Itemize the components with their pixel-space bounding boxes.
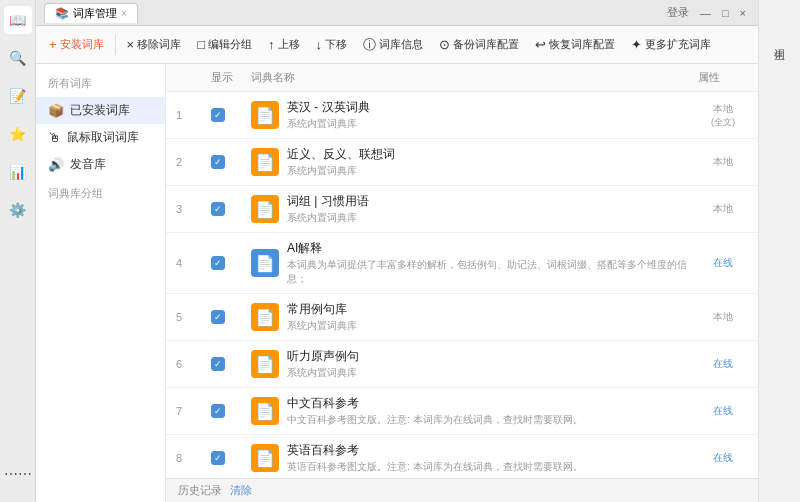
row-title: 近义、反义、联想词 [287,146,395,163]
bottom-bar: 历史记录 清除 [166,478,758,502]
tab-label: 词库管理 [73,6,117,21]
table-row[interactable]: 4📄AI解释本词典为单词提供了丰富多样的解析，包括例句、助记法、词根词缀、搭配等… [166,233,758,294]
checkbox-inner[interactable] [211,108,225,122]
edit-group-label: 编辑分组 [208,37,252,52]
col-header-show: 显示 [211,70,251,85]
row-subtitle: 系统内置词典库 [287,117,370,131]
close-button[interactable]: × [736,6,750,20]
row-subtitle: 系统内置词典库 [287,366,359,380]
row-title: AI解释 [287,240,698,257]
more-expand-label: 更多扩充词库 [645,37,711,52]
row-text: 常用例句库系统内置词典库 [287,301,357,333]
checkbox-inner[interactable] [211,310,225,324]
row-info: 📄英语百科参考英语百科参考图文版。注意: 本词库为在线词典，查找时需要联网。 [251,442,698,474]
remove-icon: × [127,37,135,52]
dict-info-button[interactable]: ⓘ 词库信息 [356,32,430,58]
checkbox-inner[interactable] [211,155,225,169]
row-status: 在线 [698,451,748,465]
row-checkbox[interactable] [211,202,251,216]
tab-close-icon[interactable]: × [121,8,127,19]
row-status: 本地 [698,155,748,169]
backup-icon: ⊙ [439,37,450,52]
dict-row-icon: 📄 [251,397,279,425]
row-status: 本地 [698,202,748,216]
row-checkbox[interactable] [211,108,251,122]
dict-row-icon: 📄 [251,101,279,129]
more-expand-button[interactable]: ✦ 更多扩充词库 [624,33,718,56]
table-row[interactable]: 7📄中文百科参考中文百科参考图文版。注意: 本词库为在线词典，查找时需要联网。在… [166,388,758,435]
row-text: 词组 | 习惯用语系统内置词典库 [287,193,369,225]
checkbox-inner[interactable] [211,357,225,371]
sidebar-icon-1[interactable]: 🔍 [4,44,32,72]
edit-group-button[interactable]: □ 编辑分组 [190,33,259,56]
move-down-button[interactable]: ↓ 下移 [309,33,355,56]
audio-icon: 🔊 [48,157,64,172]
checkbox-inner[interactable] [211,404,225,418]
table-row[interactable]: 8📄英语百科参考英语百科参考图文版。注意: 本词库为在线词典，查找时需要联网。在… [166,435,758,478]
row-status: 在线 [698,256,748,270]
row-subtitle: 系统内置词典库 [287,164,395,178]
checkbox-inner[interactable] [211,451,225,465]
row-num: 8 [176,452,211,464]
dict-table-body: 1📄英汉 - 汉英词典系统内置词典库本地(全文)2📄近义、反义、联想词系统内置词… [166,92,758,478]
row-checkbox[interactable] [211,256,251,270]
row-checkbox[interactable] [211,357,251,371]
app-tab-dict-manager[interactable]: 📚 词库管理 × [44,3,138,23]
sidebar-item-audio-label: 发音库 [70,156,106,173]
row-info: 📄AI解释本词典为单词提供了丰富多样的解析，包括例句、助记法、词根词缀、搭配等多… [251,240,698,286]
sidebar-icon-5[interactable]: ⚙️ [4,196,32,224]
info-icon: ⓘ [363,36,376,54]
toolbar: + 安装词库 × 移除词库 □ 编辑分组 ↑ 上移 ↓ 下移 ⓘ 词库 [36,26,758,64]
sidebar-item-audio[interactable]: 🔊 发音库 [36,151,165,178]
row-num: 6 [176,358,211,370]
dict-row-icon: 📄 [251,148,279,176]
row-info: 📄中文百科参考中文百科参考图文版。注意: 本词库为在线词典，查找时需要联网。 [251,395,698,427]
row-checkbox[interactable] [211,310,251,324]
dict-body: 所有词库 📦 已安装词库 🖱 鼠标取词词库 🔊 发音库 词典库分组 [36,64,758,502]
star-icon: ✦ [631,37,642,52]
restore-config-button[interactable]: ↩ 恢复词库配置 [528,33,622,56]
clear-history-link[interactable]: 清除 [230,483,252,498]
login-button[interactable]: 登录 [663,4,693,21]
sidebar-icon-dict[interactable]: 📖 [4,6,32,34]
row-status: 在线 [698,404,748,418]
col-header-num [176,70,211,85]
backup-config-label: 备份词库配置 [453,37,519,52]
right-sidebar: 生词 [758,0,800,502]
app-left-sidebar: 📖 🔍 📝 ⭐ 📊 ⚙️ ⋯⋯ [0,0,36,502]
table-row[interactable]: 6📄听力原声例句系统内置词典库在线 [166,341,758,388]
sidebar-icon-apps[interactable]: ⋯⋯ [4,460,32,488]
row-text: 中文百科参考中文百科参考图文版。注意: 本词库为在线词典，查找时需要联网。 [287,395,583,427]
sidebar-item-mouse[interactable]: 🖱 鼠标取词词库 [36,124,165,151]
row-checkbox[interactable] [211,404,251,418]
sidebar-icon-3[interactable]: ⭐ [4,120,32,148]
row-checkbox[interactable] [211,155,251,169]
row-info: 📄英汉 - 汉英词典系统内置词典库 [251,99,698,131]
table-row[interactable]: 5📄常用例句库系统内置词典库本地 [166,294,758,341]
remove-dict-button[interactable]: × 移除词库 [120,33,189,56]
row-info: 📄听力原声例句系统内置词典库 [251,348,698,380]
backup-config-button[interactable]: ⊙ 备份词库配置 [432,33,526,56]
restore-icon: ↩ [535,37,546,52]
table-row[interactable]: 2📄近义、反义、联想词系统内置词典库本地 [166,139,758,186]
row-text: 听力原声例句系统内置词典库 [287,348,359,380]
move-up-button[interactable]: ↑ 上移 [261,33,307,56]
table-row[interactable]: 3📄词组 | 习惯用语系统内置词典库本地 [166,186,758,233]
dict-info-label: 词库信息 [379,37,423,52]
row-title: 英语百科参考 [287,442,583,459]
minimize-button[interactable]: — [696,6,715,20]
maximize-button[interactable]: □ [718,6,733,20]
install-dict-button[interactable]: + 安装词库 [42,33,111,56]
down-icon: ↓ [316,37,323,52]
checkbox-inner[interactable] [211,202,225,216]
row-text: 英汉 - 汉英词典系统内置词典库 [287,99,370,131]
row-subtitle: 系统内置词典库 [287,211,369,225]
row-checkbox[interactable] [211,451,251,465]
checkbox-inner[interactable] [211,256,225,270]
sidebar-icon-2[interactable]: 📝 [4,82,32,110]
sidebar-item-installed[interactable]: 📦 已安装词库 [36,97,165,124]
sidebar-icon-4[interactable]: 📊 [4,158,32,186]
center-main: 📚 词库管理 × 登录 — □ × + 安装词库 × 移除词库 [36,0,758,502]
dict-row-icon: 📄 [251,249,279,277]
table-row[interactable]: 1📄英汉 - 汉英词典系统内置词典库本地(全文) [166,92,758,139]
